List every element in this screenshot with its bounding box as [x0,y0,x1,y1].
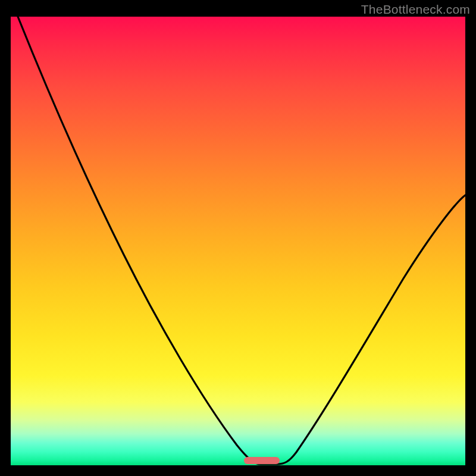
chart-frame: TheBottleneck.com [0,0,476,476]
watermark-text: TheBottleneck.com [361,2,470,17]
bottleneck-curve [11,17,465,465]
optimal-zone-marker [244,457,280,464]
curve-path [18,17,465,464]
plot-area [11,17,465,465]
